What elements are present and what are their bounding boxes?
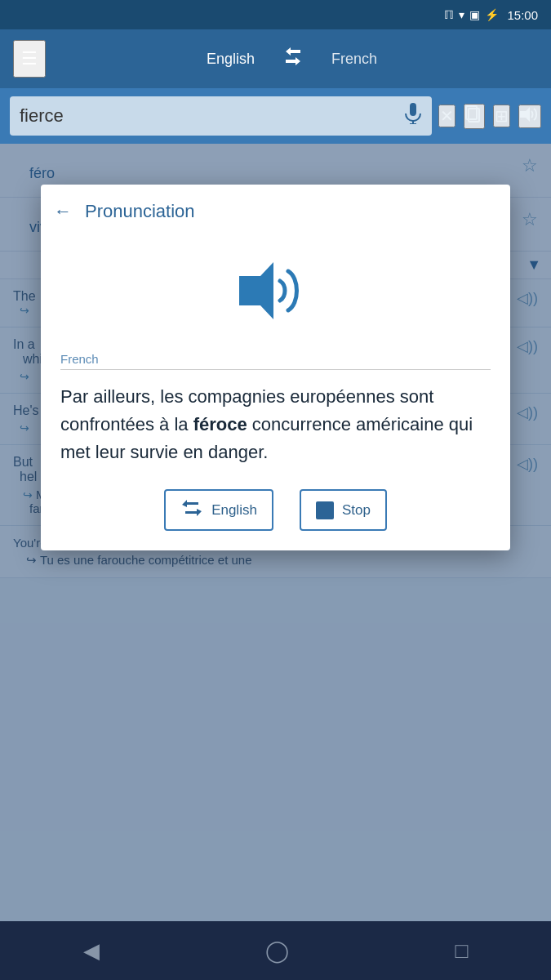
pronunciation-modal: ← Pronunciation French Par ailleurs, les… xyxy=(41,185,510,550)
status-bar: ℿ ▾ ▣ ⚡ 15:00 xyxy=(0,0,551,29)
svg-rect-0 xyxy=(410,103,416,116)
svg-marker-5 xyxy=(520,107,530,122)
modal-bold-word: féroce xyxy=(193,414,247,434)
copy-button[interactable] xyxy=(464,104,485,129)
mic-icon xyxy=(404,103,422,124)
menu-button[interactable]: ☰ xyxy=(13,40,46,78)
target-lang-button[interactable]: French xyxy=(312,44,397,74)
hamburger-icon: ☰ xyxy=(21,48,38,69)
sound-icon xyxy=(520,106,540,122)
english-button[interactable]: English xyxy=(164,489,273,531)
modal-lang-label: French xyxy=(60,352,491,370)
modal-back-button[interactable]: ← xyxy=(54,203,72,220)
sound-button[interactable] xyxy=(518,105,541,128)
stop-btn-label: Stop xyxy=(342,502,371,519)
microphone-button[interactable] xyxy=(404,103,422,129)
swap-languages-button[interactable] xyxy=(274,40,312,78)
copy-icon xyxy=(465,105,483,123)
wifi-icon: ▾ xyxy=(459,8,464,21)
arrows-icon xyxy=(180,499,203,521)
main-content: féroce ☆ vive ☆ ▼ The ↪ ☆ ◁)) xyxy=(0,144,551,980)
source-lang-button[interactable]: English xyxy=(187,44,274,74)
modal-header: ← Pronunciation xyxy=(41,185,510,235)
search-bar: ✕ ⊞ xyxy=(0,88,551,144)
modal-sound-area xyxy=(41,235,510,352)
modal-title: Pronunciation xyxy=(85,201,195,222)
search-input-wrapper xyxy=(10,96,432,136)
grid-button[interactable]: ⊞ xyxy=(493,105,510,127)
status-icons: ℿ ▾ ▣ ⚡ 15:00 xyxy=(444,8,538,22)
signal-icon: ▣ xyxy=(469,8,480,21)
battery-icon: ⚡ xyxy=(485,8,499,21)
swap-arrows-icon xyxy=(180,499,203,517)
language-switcher: English French xyxy=(46,40,538,78)
modal-text: Par ailleurs, les compagnies européennes… xyxy=(60,383,491,466)
modal-buttons: English Stop xyxy=(41,486,510,531)
stop-icon xyxy=(316,501,334,519)
clear-button[interactable]: ✕ xyxy=(438,105,455,127)
back-arrow-icon: ← xyxy=(54,201,72,221)
search-actions: ✕ ⊞ xyxy=(438,104,541,129)
search-input[interactable] xyxy=(20,105,398,127)
svg-marker-6 xyxy=(239,262,273,319)
app-header: ☰ English French xyxy=(0,29,551,88)
status-time: 15:00 xyxy=(507,8,538,22)
stop-button[interactable]: Stop xyxy=(300,489,387,531)
swap-icon xyxy=(281,47,305,66)
modal-sound-icon[interactable] xyxy=(239,258,313,332)
bluetooth-icon: ℿ xyxy=(444,8,454,21)
speaker-icon xyxy=(239,258,313,323)
english-btn-label: English xyxy=(211,502,257,519)
